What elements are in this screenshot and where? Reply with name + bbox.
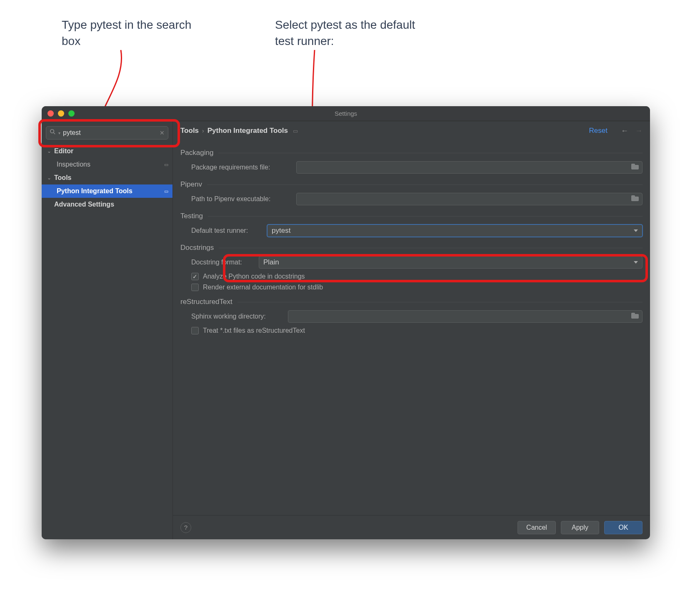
docstring-format-select[interactable]: Plain — [259, 256, 642, 269]
project-settings-icon: ▭ — [164, 189, 168, 194]
breadcrumb-bar: Tools › Python Integrated Tools ▭ Reset … — [173, 121, 650, 140]
section-docstrings: Docstrings — [180, 244, 214, 252]
analyze-docstrings-label: Analyze Python code in docstrings — [203, 273, 305, 280]
sidebar-item-advanced-settings[interactable]: Advanced Settings — [42, 198, 172, 211]
clear-search-icon[interactable]: ✕ — [160, 130, 165, 136]
sidebar-item-label: Tools — [54, 174, 168, 182]
default-test-runner-select[interactable]: pytest — [267, 224, 642, 237]
browse-folder-icon[interactable] — [631, 163, 639, 172]
section-packaging: Packaging — [180, 149, 213, 157]
window-title: Settings — [335, 110, 357, 117]
docstring-format-label: Docstring format: — [191, 259, 254, 266]
footer: ? Cancel Apply OK — [173, 515, 650, 539]
breadcrumb-separator-icon: › — [202, 127, 204, 134]
divider — [208, 216, 642, 217]
chevron-down-icon: ⌄ — [46, 175, 52, 181]
settings-tree: ⌄ Editor Inspections ▭ ⌄ Tools Python In… — [42, 143, 172, 539]
titlebar: Settings — [42, 106, 650, 121]
sidebar-item-editor[interactable]: ⌄ Editor — [42, 145, 172, 158]
divider — [238, 302, 642, 302]
chevron-down-icon: ⌄ — [46, 148, 52, 154]
project-settings-icon: ▭ — [164, 162, 168, 167]
annotation-search: Type pytest in the search box — [62, 17, 203, 49]
section-pipenv: Pipenv — [180, 180, 202, 189]
sidebar-item-label: Editor — [54, 147, 168, 155]
pipenv-path-field[interactable] — [296, 193, 642, 205]
window-controls — [48, 110, 75, 117]
breadcrumb-leaf: Python Integrated Tools — [208, 127, 288, 135]
svg-point-2 — [50, 130, 54, 133]
select-value: Plain — [263, 258, 279, 267]
section-testing: Testing — [180, 212, 203, 220]
minimize-window-icon[interactable] — [58, 110, 64, 117]
divider — [218, 153, 642, 153]
ok-button[interactable]: OK — [604, 521, 642, 534]
pipenv-path-label: Path to Pipenv executable: — [191, 195, 291, 203]
back-icon[interactable]: ← — [621, 127, 628, 135]
browse-folder-icon[interactable] — [631, 195, 639, 203]
divider — [207, 184, 642, 185]
apply-button[interactable]: Apply — [561, 521, 599, 534]
search-icon — [50, 129, 56, 137]
sidebar-item-label: Inspections — [57, 161, 164, 168]
sidebar-item-label: Python Integrated Tools — [57, 187, 164, 195]
select-value: pytest — [272, 227, 290, 235]
sidebar-item-tools[interactable]: ⌄ Tools — [42, 171, 172, 184]
search-input[interactable] — [63, 129, 157, 137]
zoom-window-icon[interactable] — [68, 110, 75, 117]
render-stdlib-checkbox[interactable] — [191, 284, 199, 291]
filter-icon: ▾ — [58, 131, 60, 135]
render-stdlib-label: Render external documentation for stdlib — [203, 284, 323, 291]
package-requirements-label: Package requirements file: — [191, 164, 291, 171]
sidebar-item-label: Advanced Settings — [54, 201, 168, 208]
sphinx-dir-label: Sphinx working directory: — [191, 313, 283, 320]
cancel-button[interactable]: Cancel — [518, 521, 556, 534]
analyze-docstrings-checkbox[interactable] — [191, 273, 199, 280]
main-panel: Tools › Python Integrated Tools ▭ Reset … — [173, 121, 650, 539]
project-settings-icon: ▭ — [293, 128, 298, 134]
sidebar-item-inspections[interactable]: Inspections ▭ — [42, 158, 172, 171]
divider — [219, 248, 642, 248]
section-rst: reStructuredText — [180, 298, 232, 306]
reset-button[interactable]: Reset — [589, 127, 608, 135]
annotation-runner: Select pytest as the default test runner… — [275, 17, 417, 49]
package-requirements-field[interactable] — [296, 161, 642, 174]
browse-folder-icon[interactable] — [631, 312, 639, 321]
treat-txt-checkbox[interactable] — [191, 327, 199, 334]
svg-line-3 — [53, 132, 55, 134]
help-icon[interactable]: ? — [180, 522, 191, 533]
breadcrumb-root[interactable]: Tools — [180, 127, 199, 135]
forward-icon: → — [635, 127, 642, 135]
treat-txt-label: Treat *.txt files as reStructuredText — [203, 327, 305, 334]
sidebar-item-python-integrated-tools[interactable]: Python Integrated Tools ▭ — [42, 184, 172, 198]
sphinx-dir-field[interactable] — [288, 310, 642, 323]
search-box[interactable]: ▾ ✕ — [46, 126, 168, 140]
close-window-icon[interactable] — [48, 110, 54, 117]
default-test-runner-label: Default test runner: — [191, 227, 262, 234]
settings-window: Settings ▾ ✕ ⌄ Editor Insp — [42, 106, 650, 539]
sidebar: ▾ ✕ ⌄ Editor Inspections ▭ ⌄ Tools — [42, 121, 173, 539]
